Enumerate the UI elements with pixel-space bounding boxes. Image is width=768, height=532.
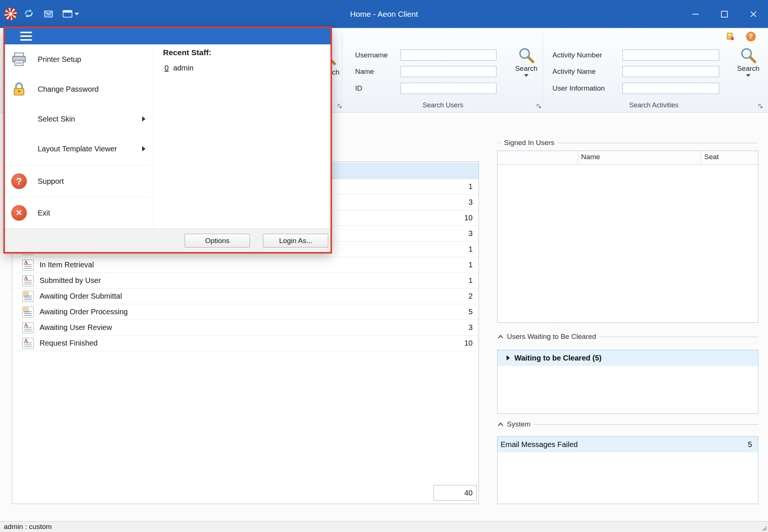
email-messages-failed-value: 5 (748, 440, 752, 449)
menu-item-label: Change Password (38, 85, 148, 94)
signed-in-users-table-header[interactable]: Name Seat (498, 151, 758, 165)
menu-item-label: Exit (38, 209, 148, 217)
pin-icon[interactable] (726, 32, 735, 41)
queue-count: 10 (458, 214, 473, 222)
menu-item-exit[interactable]: Exit (5, 202, 153, 224)
application-menu-body: Printer Setup Change Password Select S (5, 44, 330, 229)
dialog-launcher-icon[interactable] (536, 103, 542, 109)
column-header-seat[interactable]: Seat (701, 151, 758, 164)
queue-count: 10 (458, 339, 473, 347)
menu-separator (8, 165, 150, 166)
queue-count: 1 (458, 182, 473, 191)
search-activities-button-label: Search (737, 64, 759, 73)
queue-row-awaiting-order-submittal[interactable]: Awaiting Order Submittal 2 (12, 289, 479, 304)
blank-icon (11, 111, 27, 127)
id-input[interactable] (401, 83, 496, 94)
menu-item-label: Layout Template Viewer (38, 145, 142, 153)
name-input[interactable] (401, 66, 496, 77)
search-activities-button[interactable]: Search (733, 47, 763, 96)
request-doc-icon (22, 259, 34, 271)
id-label: ID (355, 83, 362, 94)
group-separator (543, 33, 543, 104)
printer-icon (11, 51, 27, 67)
activity-number-input[interactable] (623, 50, 719, 61)
order-doc-icon (22, 306, 34, 318)
padlock-icon (11, 81, 27, 97)
queue-row-request-finished[interactable]: Request Finished 10 (12, 336, 479, 351)
username-label: Username (355, 50, 388, 61)
queue-count: 2 (458, 292, 473, 300)
menu-item-layout-template-viewer[interactable]: Layout Template Viewer (5, 138, 153, 160)
queue-label: Awaiting Order Processing (40, 308, 452, 316)
queue-row-in-item-retrieval[interactable]: In Item Retrieval 1 (12, 257, 479, 273)
app-window: Home - Aeon Client Search Username (0, 0, 768, 532)
dropdown-caret-icon (746, 74, 750, 77)
help-circle-icon (11, 173, 27, 189)
group-separator (342, 33, 342, 104)
recent-staff-name: admin (173, 64, 193, 72)
recent-staff-entry[interactable]: 0 admin (164, 64, 194, 72)
request-doc-icon (22, 322, 34, 333)
menu-item-change-password[interactable]: Change Password (5, 78, 153, 100)
order-doc-icon (22, 291, 34, 302)
request-doc-icon (22, 338, 34, 349)
submenu-arrow-icon (142, 116, 145, 122)
queue-row-awaiting-user-review[interactable]: Awaiting User Review 3 (12, 320, 479, 336)
close-button[interactable] (739, 0, 768, 28)
login-as-button[interactable]: Login As... (263, 234, 328, 248)
dialog-launcher-icon[interactable] (757, 103, 764, 109)
resize-grip[interactable] (762, 526, 767, 531)
close-icon (750, 10, 757, 18)
queue-label: Awaiting Order Submittal (40, 292, 452, 300)
activity-name-input[interactable] (623, 66, 719, 77)
chevron-up-icon[interactable] (497, 334, 504, 339)
queue-count: 1 (458, 261, 473, 269)
help-icon[interactable] (746, 32, 756, 41)
menu-item-label: Support (38, 177, 148, 186)
search-users-button[interactable]: Search (511, 47, 541, 96)
maximize-button[interactable] (710, 0, 739, 28)
menu-item-printer-setup[interactable]: Printer Setup (5, 48, 153, 70)
menu-item-support[interactable]: Support (5, 170, 153, 192)
email-messages-failed-row[interactable]: Email Messages Failed 5 (498, 437, 758, 452)
user-information-input[interactable] (623, 83, 719, 94)
system-panel: Email Messages Failed 5 (497, 436, 758, 504)
column-header-name[interactable]: Name (578, 151, 701, 164)
queue-count: 3 (458, 198, 473, 207)
queue-count: 1 (458, 245, 473, 254)
search-activities-group-caption: Search Activities (544, 101, 764, 109)
queue-count: 3 (458, 229, 473, 238)
chevron-up-icon[interactable] (497, 422, 504, 427)
signed-in-users-table: Name Seat (497, 151, 758, 323)
recent-staff-heading: Recent Staff: (163, 48, 211, 57)
maximize-icon (721, 11, 728, 18)
hamburger-menu-icon[interactable] (20, 32, 32, 41)
titlebar: Home - Aeon Client (0, 0, 768, 28)
expand-arrow-icon (507, 355, 510, 361)
application-menu-items: Printer Setup Change Password Select S (5, 44, 153, 229)
window-controls (681, 0, 768, 28)
minimize-button[interactable] (681, 0, 710, 28)
menu-item-label: Select Skin (38, 115, 142, 123)
queue-label: Request Finished (40, 339, 452, 347)
signed-in-users-caption: Signed In Users (497, 139, 758, 147)
queue-count: 5 (458, 308, 473, 316)
search-icon (740, 47, 757, 64)
status-text: admin : custom (4, 523, 52, 531)
application-menu: Printer Setup Change Password Select S (3, 26, 332, 254)
options-button[interactable]: Options (185, 234, 250, 248)
users-waiting-caption-label: Users Waiting to Be Cleared (507, 333, 596, 341)
window-title: Home - Aeon Client (0, 0, 768, 28)
name-label: Name (355, 66, 374, 77)
waiting-to-be-cleared-label: Waiting to be Cleared (5) (514, 354, 602, 362)
queue-count: 1 (458, 276, 473, 285)
queue-row-awaiting-order-processing[interactable]: Awaiting Order Processing 5 (12, 304, 479, 320)
menu-separator (8, 197, 150, 197)
queue-row-submitted-by-user[interactable]: Submitted by User 1 (12, 273, 479, 289)
application-menu-footer: Options Login As... (5, 229, 330, 252)
column-header-blank[interactable] (498, 151, 578, 164)
menu-item-select-skin[interactable]: Select Skin (5, 108, 153, 130)
waiting-to-be-cleared-row[interactable]: Waiting to be Cleared (5) (498, 350, 758, 366)
username-input[interactable] (401, 50, 496, 61)
submenu-arrow-icon (142, 146, 145, 151)
